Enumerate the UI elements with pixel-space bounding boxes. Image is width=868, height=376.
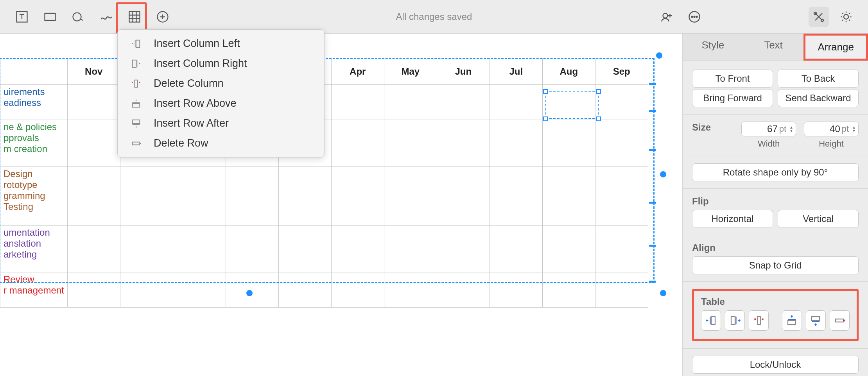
- flip-horizontal-button[interactable]: Horizontal: [692, 210, 773, 228]
- selection-handle-mid[interactable]: [660, 171, 666, 177]
- more-icon[interactable]: [684, 7, 705, 27]
- cell-handle-tl[interactable]: [543, 89, 548, 94]
- row-resize-handle[interactable]: [649, 245, 656, 247]
- svg-rect-18: [133, 142, 140, 145]
- ctx-icon: [129, 38, 143, 49]
- cell-handle-tr[interactable]: [596, 89, 601, 94]
- width-value: 67: [767, 124, 778, 134]
- height-value: 40: [830, 124, 840, 134]
- svg-rect-22: [788, 320, 796, 324]
- insert-row-below-icon[interactable]: [806, 310, 826, 331]
- svg-rect-14: [133, 60, 136, 67]
- tab-style[interactable]: Style: [683, 34, 743, 61]
- svg-rect-3: [129, 11, 140, 22]
- width-unit: pt: [779, 124, 786, 134]
- insert-row-above-icon[interactable]: [782, 310, 802, 331]
- align-title: Align: [692, 242, 859, 253]
- svg-point-8: [694, 16, 695, 17]
- svg-rect-19: [711, 317, 715, 324]
- share-icon[interactable]: [657, 7, 677, 27]
- rectangle-tool[interactable]: [40, 7, 60, 27]
- ctx-insert-column-left[interactable]: Insert Column Left: [118, 34, 324, 54]
- selection-handle-top[interactable]: [656, 52, 662, 59]
- inspector-tabs: Style Text Arrange: [683, 34, 868, 61]
- order-section: To Front To Back Bring Forward Send Back…: [683, 61, 868, 115]
- to-back-button[interactable]: To Back: [778, 70, 859, 88]
- rotate-button[interactable]: Rotate shape only by 90°: [692, 163, 859, 181]
- svg-rect-1: [45, 13, 56, 20]
- highlight-table-section: Table: [692, 289, 859, 341]
- row-resize-handle[interactable]: [649, 281, 656, 283]
- tab-text[interactable]: Text: [743, 34, 804, 61]
- svg-point-12: [844, 14, 848, 19]
- ctx-insert-row-after[interactable]: Insert Row After: [118, 113, 324, 133]
- width-stepper[interactable]: ▲▼: [789, 125, 793, 132]
- text-frame-tool[interactable]: [12, 7, 32, 27]
- to-front-button[interactable]: To Front: [692, 70, 773, 88]
- cell-handle-bl[interactable]: [543, 116, 548, 121]
- cell-selection: [545, 91, 599, 119]
- tab-arrange[interactable]: Arrange: [803, 34, 868, 61]
- cell-handle-br[interactable]: [596, 116, 601, 121]
- ctx-label: Insert Row After: [154, 117, 229, 129]
- ctx-delete-row[interactable]: Delete Row: [118, 133, 324, 153]
- height-unit: pt: [842, 124, 849, 134]
- ellipse-tool[interactable]: [68, 7, 88, 27]
- insert-col-right-icon[interactable]: [725, 310, 745, 331]
- ctx-delete-column[interactable]: Delete Column: [118, 73, 324, 93]
- selection-handle-bottom-right[interactable]: [660, 290, 666, 296]
- row-resize-handle[interactable]: [649, 202, 656, 204]
- size-section: Size 67 pt ▲▼ 40 pt ▲▼ Width Height: [683, 115, 868, 156]
- ctx-insert-row-above[interactable]: Insert Row Above: [118, 93, 324, 113]
- svg-point-9: [696, 16, 698, 17]
- brightness-icon[interactable]: [836, 7, 856, 27]
- svg-rect-17: [133, 120, 140, 123]
- svg-rect-23: [812, 317, 820, 320]
- ctx-label: Insert Column Right: [154, 57, 247, 70]
- ctx-label: Insert Column Left: [154, 38, 240, 50]
- ctx-icon: [129, 98, 143, 109]
- width-label: Width: [741, 139, 796, 149]
- snap-to-grid-button[interactable]: Snap to Grid: [692, 256, 859, 274]
- align-section: Align Snap to Grid: [683, 235, 868, 282]
- svg-rect-16: [133, 104, 140, 107]
- lock-unlock-button[interactable]: Lock/Unlock: [692, 356, 859, 374]
- size-title: Size: [692, 122, 741, 133]
- svg-point-2: [73, 13, 81, 21]
- height-input[interactable]: 40 pt ▲▼: [804, 122, 859, 136]
- delete-row-icon[interactable]: [830, 310, 850, 331]
- lock-section: Lock/Unlock: [683, 348, 868, 376]
- flip-section: Flip Horizontal Vertical: [683, 189, 868, 235]
- svg-rect-24: [836, 319, 843, 322]
- delete-col-icon[interactable]: [749, 310, 769, 331]
- ctx-label: Delete Row: [154, 137, 208, 149]
- save-status: All changes saved: [396, 11, 472, 22]
- insert-col-left-icon[interactable]: [701, 310, 721, 331]
- table-section: Table: [683, 282, 868, 348]
- table-tool[interactable]: [124, 7, 145, 27]
- flip-title: Flip: [692, 196, 859, 207]
- freehand-tool[interactable]: [96, 7, 117, 27]
- add-tool[interactable]: [152, 7, 173, 27]
- width-input[interactable]: 67 pt ▲▼: [741, 122, 796, 136]
- svg-rect-21: [757, 317, 760, 324]
- top-toolbar: All changes saved: [0, 0, 868, 34]
- height-stepper[interactable]: ▲▼: [852, 125, 856, 132]
- selection-handle-bottom-mid[interactable]: [246, 290, 253, 296]
- svg-rect-15: [135, 80, 138, 87]
- ctx-insert-column-right[interactable]: Insert Column Right: [118, 54, 324, 73]
- svg-point-7: [692, 16, 693, 17]
- ctx-label: Insert Row Above: [154, 97, 237, 109]
- ctx-label: Delete Column: [154, 77, 224, 90]
- row-resize-handle[interactable]: [649, 110, 656, 112]
- send-backward-button[interactable]: Send Backward: [778, 89, 859, 107]
- flip-vertical-button[interactable]: Vertical: [778, 210, 859, 228]
- rotate-section: Rotate shape only by 90°: [683, 156, 868, 189]
- row-resize-handle[interactable]: [649, 149, 656, 151]
- design-panel-toggle[interactable]: [809, 7, 829, 27]
- canvas-area[interactable]: NovAprMayJunJulAugSepuirements eadinessn…: [0, 34, 682, 376]
- row-resize-handle[interactable]: [649, 83, 656, 85]
- ctx-icon: [129, 78, 143, 89]
- ctx-icon: [129, 58, 143, 69]
- bring-forward-button[interactable]: Bring Forward: [692, 89, 773, 107]
